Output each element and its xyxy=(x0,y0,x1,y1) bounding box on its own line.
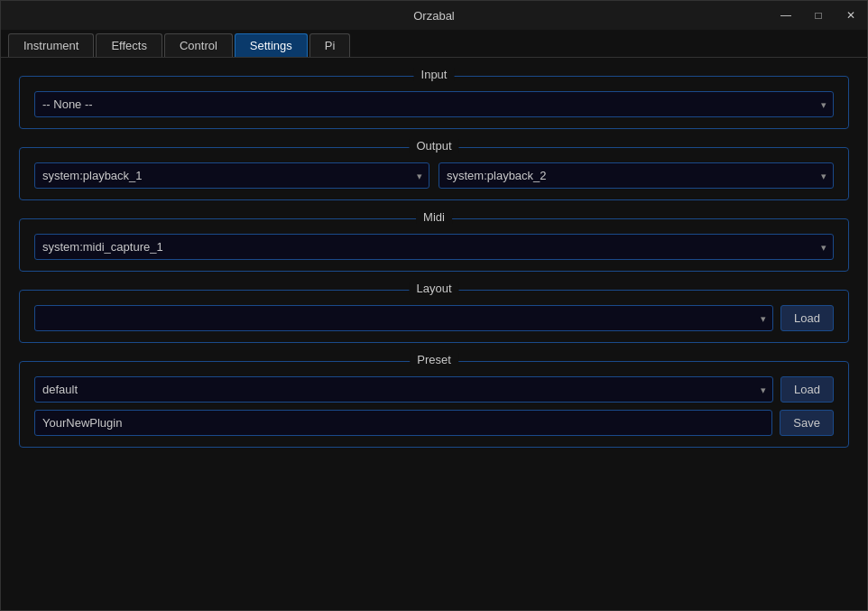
window-controls: — □ ✕ xyxy=(770,1,867,30)
input-dropdown[interactable]: -- None -- xyxy=(34,91,834,117)
tab-bar: Instrument Effects Control Settings Pi O… xyxy=(1,30,867,58)
preset-load-button[interactable]: Load xyxy=(780,376,834,403)
layout-select-wrapper: ▾ xyxy=(34,305,773,331)
midi-dropdown[interactable]: system:midi_capture_1 xyxy=(34,234,834,260)
preset-dropdown[interactable]: default xyxy=(34,376,773,403)
layout-label: Layout xyxy=(409,282,458,295)
output-row: system:playback_1 ▾ system:playback_2 ▾ xyxy=(34,162,834,189)
preset-save-button[interactable]: Save xyxy=(780,410,834,436)
midi-section: Midi system:midi_capture_1 ▾ xyxy=(19,218,849,272)
title-bar: Orzabal — □ ✕ xyxy=(1,1,867,30)
preset-select-wrapper: default ▾ xyxy=(34,376,773,403)
layout-section: Layout ▾ Load xyxy=(19,290,849,343)
input-label: Input xyxy=(414,68,455,81)
output-section: Output system:playback_1 ▾ system:playba… xyxy=(19,147,849,200)
output-right-dropdown[interactable]: system:playback_2 xyxy=(439,162,834,189)
content-area: Input -- None -- ▾ Output system:playbac… xyxy=(1,58,867,610)
tab-control[interactable]: Control xyxy=(164,33,233,57)
preset-label: Preset xyxy=(410,353,458,366)
close-button[interactable]: ✕ xyxy=(835,1,867,30)
input-select-wrapper: -- None -- ▾ xyxy=(34,91,834,117)
tab-pi[interactable]: Pi xyxy=(309,33,351,57)
tab-instrument[interactable]: Instrument xyxy=(8,33,94,57)
maximize-button[interactable]: □ xyxy=(802,1,835,30)
preset-row: default ▾ Load xyxy=(34,376,834,403)
preset-name-input[interactable] xyxy=(34,410,772,436)
midi-label: Midi xyxy=(416,210,452,224)
input-section: Input -- None -- ▾ xyxy=(19,76,849,129)
output-left-dropdown[interactable]: system:playback_1 xyxy=(34,162,429,189)
main-window: Orzabal — □ ✕ Instrument Effects Control… xyxy=(0,0,868,611)
output-left-wrapper: system:playback_1 ▾ xyxy=(34,162,429,189)
output-right-wrapper: system:playback_2 ▾ xyxy=(439,162,834,189)
preset-section: Preset default ▾ Load Save xyxy=(19,361,849,448)
layout-load-button[interactable]: Load xyxy=(780,305,834,331)
tab-settings[interactable]: Settings xyxy=(235,33,308,57)
window-title: Orzabal xyxy=(413,9,455,23)
midi-select-wrapper: system:midi_capture_1 ▾ xyxy=(34,234,834,260)
layout-row: ▾ Load xyxy=(34,305,834,331)
layout-dropdown[interactable] xyxy=(34,305,773,331)
output-label: Output xyxy=(409,139,458,153)
preset-save-row: Save xyxy=(34,410,834,436)
minimize-button[interactable]: — xyxy=(770,1,802,30)
tab-effects[interactable]: Effects xyxy=(96,33,162,57)
